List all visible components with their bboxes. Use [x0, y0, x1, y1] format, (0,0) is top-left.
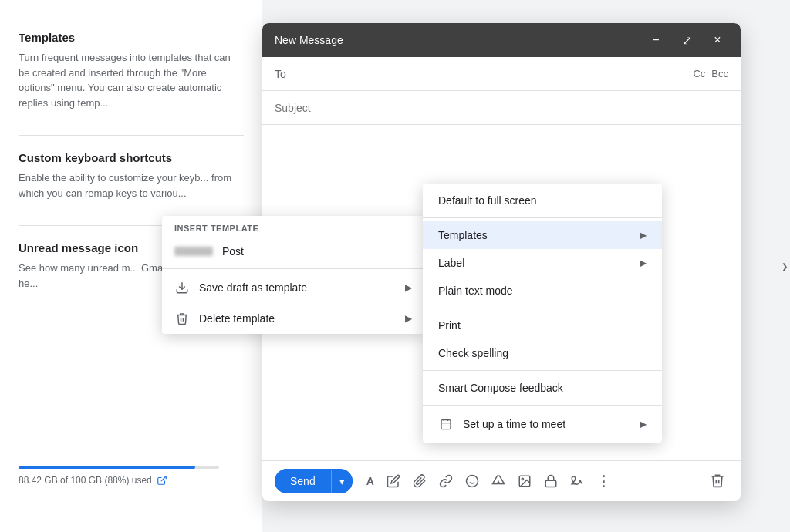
main-options-menu: Default to full screen Templates ▶ Label… [423, 184, 662, 443]
cc-button[interactable]: Cc [693, 68, 705, 79]
drive-button[interactable] [487, 471, 510, 491]
link-button[interactable] [434, 471, 457, 491]
template-post-item[interactable]: Post [162, 237, 424, 265]
external-link-icon[interactable] [157, 475, 167, 486]
save-draft-arrow-icon: ▶ [405, 282, 412, 293]
menu-smart-compose-feedback[interactable]: Smart Compose feedback [423, 374, 662, 402]
fullscreen-button[interactable]: ⤢ [676, 29, 697, 51]
photo-icon [518, 474, 532, 488]
menu-divider-4 [423, 405, 662, 406]
send-button[interactable]: Send [275, 469, 331, 493]
time-meet-arrow-icon: ▶ [640, 419, 647, 429]
compose-title: New Message [275, 34, 343, 46]
menu-plain-text[interactable]: Plain text mode [423, 277, 662, 305]
menu-check-spelling[interactable]: Check spelling [423, 339, 662, 367]
template-post-blur [174, 247, 213, 256]
menu-default-fullscreen[interactable]: Default to full screen [423, 187, 662, 214]
scroll-indicator[interactable]: ❯ [779, 243, 790, 289]
svg-rect-6 [545, 480, 556, 487]
templates-section: Templates Turn frequent messages into te… [19, 31, 244, 110]
menu-divider-1 [423, 217, 662, 218]
signature-button[interactable] [565, 471, 589, 491]
templates-submenu: INSERT TEMPLATE Post Save draft as templ… [162, 216, 424, 334]
link-icon [439, 474, 453, 488]
emoji-button[interactable] [461, 471, 484, 491]
send-arrow-button[interactable]: ▾ [331, 470, 353, 493]
label-arrow-icon: ▶ [640, 258, 647, 268]
divider-1 [19, 135, 244, 136]
menu-label[interactable]: Label ▶ [423, 249, 662, 277]
template-post-label: Post [222, 245, 244, 258]
subject-input[interactable] [275, 102, 728, 114]
pencil-button[interactable] [382, 471, 405, 491]
delete-template-icon [174, 311, 190, 326]
keyboard-section: Custom keyboard shortcuts Enable the abi… [19, 151, 244, 200]
svg-line-0 [161, 476, 166, 481]
delete-template-item[interactable]: Delete template ▶ [162, 303, 424, 334]
svg-rect-8 [441, 420, 451, 429]
menu-divider-2 [423, 308, 662, 308]
menu-divider-3 [423, 370, 662, 371]
delete-template-label: Delete template [199, 312, 275, 325]
bcc-button[interactable]: Bcc [711, 68, 728, 79]
storage-section: 88.42 GB of 100 GB (88%) used [19, 466, 244, 486]
save-draft-icon [174, 280, 190, 295]
cc-bcc-actions: Cc Bcc [693, 68, 728, 79]
templates-title: Templates [19, 31, 244, 44]
menu-templates[interactable]: Templates ▶ [423, 221, 662, 249]
svg-point-5 [522, 478, 523, 480]
storage-text: 88.42 GB of 100 GB (88%) used [19, 475, 244, 486]
compose-footer: Send ▾ A [262, 460, 741, 501]
photo-button[interactable] [513, 471, 536, 491]
keyboard-description: Enable the ability to customize your key… [19, 170, 244, 200]
delete-template-arrow-icon: ▶ [405, 313, 412, 324]
templates-description: Turn frequent messages into templates th… [19, 50, 244, 110]
more-options-button[interactable]: ⋮ [592, 470, 615, 493]
signature-icon [570, 474, 584, 488]
format-text-icon: A [366, 475, 374, 487]
trash-icon [710, 473, 725, 488]
close-compose-button[interactable]: × [707, 29, 728, 51]
lock-button[interactable] [539, 471, 562, 491]
to-field: To Cc Bcc [262, 57, 741, 91]
templates-divider-1 [162, 268, 424, 269]
minimize-button[interactable]: − [645, 29, 667, 51]
menu-set-up-time[interactable]: Set up a time to meet ▶ [423, 409, 662, 439]
compose-header-actions: − ⤢ × [645, 29, 728, 51]
save-draft-template-label: Save draft as template [199, 281, 307, 294]
attach-button[interactable] [408, 471, 431, 491]
to-input[interactable] [306, 68, 693, 80]
compose-header: New Message − ⤢ × [262, 23, 741, 57]
emoji-icon [465, 474, 479, 488]
attach-icon [413, 474, 427, 488]
menu-print[interactable]: Print [423, 311, 662, 339]
svg-point-1 [466, 476, 478, 487]
calendar-icon [438, 416, 454, 432]
delete-compose-button[interactable] [710, 473, 725, 492]
pencil-icon [387, 474, 400, 488]
format-text-button[interactable]: A [362, 472, 379, 490]
drive-icon [491, 474, 505, 488]
save-draft-template-item[interactable]: Save draft as template ▶ [162, 272, 424, 303]
subject-field [262, 91, 741, 125]
storage-bar-fill [19, 466, 195, 469]
send-button-group: Send ▾ [275, 469, 353, 493]
to-label: To [275, 68, 306, 80]
storage-bar-background [19, 466, 219, 469]
templates-arrow-icon: ▶ [640, 230, 647, 241]
lock-icon [544, 474, 558, 488]
insert-template-header: INSERT TEMPLATE [162, 216, 424, 237]
keyboard-title: Custom keyboard shortcuts [19, 151, 244, 164]
